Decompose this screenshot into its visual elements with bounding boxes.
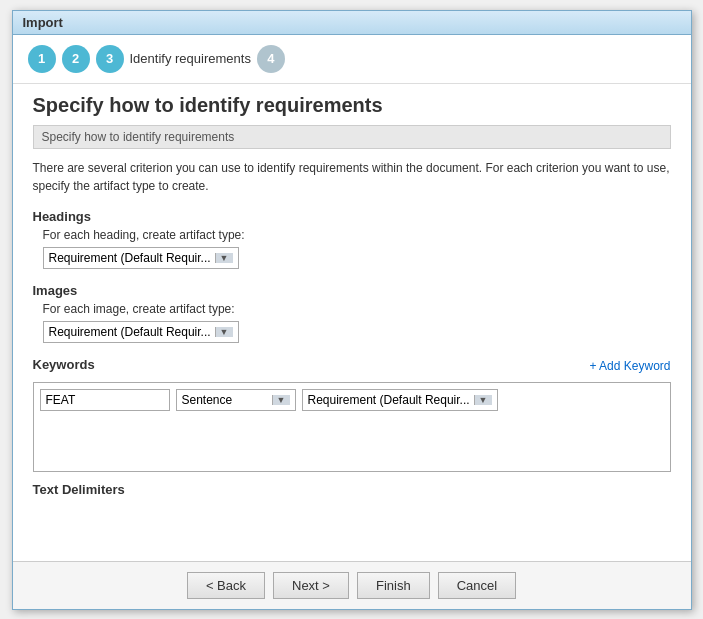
- text-delimiters-section: Text Delimiters: [33, 482, 671, 497]
- step-2[interactable]: 2: [62, 45, 90, 73]
- back-button[interactable]: < Back: [187, 572, 265, 599]
- images-sublabel: For each image, create artifact type:: [33, 302, 671, 316]
- import-dialog: Import 1 2 3 Identify requirements 4 Spe…: [12, 10, 692, 610]
- images-dropdown-arrow: ▼: [215, 327, 233, 337]
- title-bar-label: Import: [23, 15, 63, 30]
- step-1[interactable]: 1: [28, 45, 56, 73]
- add-keyword-link[interactable]: + Add Keyword: [589, 359, 670, 373]
- finish-button[interactable]: Finish: [357, 572, 430, 599]
- headings-sublabel: For each heading, create artifact type:: [33, 228, 671, 242]
- images-dropdown-value: Requirement (Default Requir...: [49, 325, 211, 339]
- keyword-artifact-value: Requirement (Default Requir...: [308, 393, 470, 407]
- next-button[interactable]: Next >: [273, 572, 349, 599]
- step-4[interactable]: 4: [257, 45, 285, 73]
- headings-dropdown-value: Requirement (Default Requir...: [49, 251, 211, 265]
- step-3[interactable]: 3: [96, 45, 124, 73]
- cancel-button[interactable]: Cancel: [438, 572, 516, 599]
- keywords-section: Keywords + Add Keyword Sentence ▼ Requir…: [33, 357, 671, 472]
- step-3-label: Identify requirements: [130, 51, 251, 66]
- table-row: Sentence ▼ Requirement (Default Requir..…: [40, 389, 664, 411]
- wizard-steps: 1 2 3 Identify requirements 4: [13, 35, 691, 84]
- title-bar: Import: [13, 11, 691, 35]
- images-dropdown-row: Requirement (Default Requir... ▼: [33, 321, 671, 343]
- keyword-type-value: Sentence: [182, 393, 268, 407]
- headings-title: Headings: [33, 209, 671, 224]
- section-header-box: Specify how to identify requirements: [33, 125, 671, 149]
- keyword-artifact-arrow: ▼: [474, 395, 492, 405]
- images-artifact-dropdown[interactable]: Requirement (Default Requir... ▼: [43, 321, 239, 343]
- keyword-type-arrow: ▼: [272, 395, 290, 405]
- keywords-table: Sentence ▼ Requirement (Default Requir..…: [33, 382, 671, 472]
- keyword-artifact-dropdown[interactable]: Requirement (Default Requir... ▼: [302, 389, 498, 411]
- keywords-title: Keywords: [33, 357, 95, 372]
- keyword-type-dropdown[interactable]: Sentence ▼: [176, 389, 296, 411]
- headings-dropdown-row: Requirement (Default Requir... ▼: [33, 247, 671, 269]
- images-title: Images: [33, 283, 671, 298]
- text-delimiters-title: Text Delimiters: [33, 482, 671, 497]
- content-area: Specify how to identify requirements The…: [13, 125, 691, 561]
- description-text: There are several criterion you can use …: [33, 159, 671, 195]
- footer: < Back Next > Finish Cancel: [13, 561, 691, 609]
- keywords-header: Keywords + Add Keyword: [33, 357, 671, 376]
- headings-artifact-dropdown[interactable]: Requirement (Default Requir... ▼: [43, 247, 239, 269]
- headings-dropdown-arrow: ▼: [215, 253, 233, 263]
- page-title: Specify how to identify requirements: [13, 84, 691, 125]
- keyword-input[interactable]: [40, 389, 170, 411]
